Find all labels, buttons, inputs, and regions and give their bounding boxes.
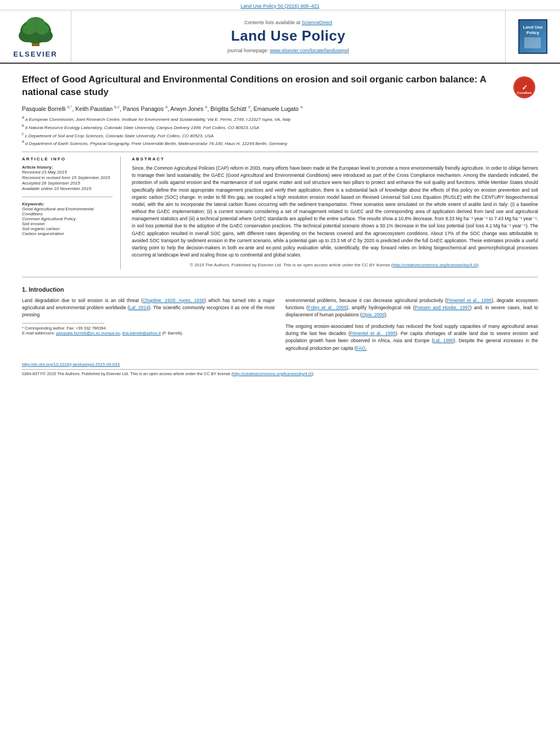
received-revised-date: Received in revised form 15 September 20… bbox=[22, 175, 113, 180]
abstract-text: Since, the Common Agricultural Policies … bbox=[132, 165, 538, 269]
article-info-label: ARTICLE INFO bbox=[22, 157, 113, 161]
cc-link[interactable]: http://creativecommons.org/licenses/by/4… bbox=[393, 263, 477, 267]
keywords-block: Keywords: Good Agricultural and Environm… bbox=[22, 202, 113, 236]
journal-header: ELSEVIER Contents lists available at Sci… bbox=[0, 10, 560, 64]
svg-point-5 bbox=[23, 24, 36, 35]
intro-right-text-2: The ongoing erosion-associated loss of p… bbox=[285, 323, 538, 352]
land-use-policy-badge: Land Use Policy bbox=[518, 19, 547, 54]
sciencedirect-link[interactable]: ScienceDirect bbox=[302, 20, 333, 25]
doi-link-line: http://dx.doi.org/10.1016/j.landusepol.2… bbox=[22, 362, 538, 367]
poesen-ref[interactable]: Poesen and Hooke, 1997 bbox=[415, 305, 470, 310]
svg-point-6 bbox=[36, 24, 49, 35]
intro-left-text: Land degradation due to soil erosion is … bbox=[22, 297, 275, 319]
received-date: Received 23 May 2015 bbox=[22, 170, 113, 175]
intro-section-header: 1. Introduction bbox=[22, 286, 538, 293]
lal-ref[interactable]: Lal, 2014 bbox=[129, 305, 149, 310]
article-title: Effect of Good Agricultural and Environm… bbox=[22, 74, 538, 99]
crossmark-icon: ✓ CrossMark bbox=[513, 76, 535, 98]
affiliation-c: c c Department of Soil and Crop Sciences… bbox=[22, 131, 538, 140]
footnote-asterisk: * Corresponding author. Fax: +39 332 786… bbox=[22, 326, 275, 331]
svg-point-7 bbox=[33, 17, 38, 21]
intro-left-col: Land degradation due to soil erosion is … bbox=[22, 297, 275, 356]
homepage-url[interactable]: www.elsevier.com/locate/landusepol bbox=[270, 48, 349, 53]
svg-text:✓: ✓ bbox=[522, 83, 528, 92]
accepted-date: Accepted 26 September 2015 bbox=[22, 181, 113, 186]
lal2-ref[interactable]: Lal, 1990 bbox=[433, 338, 453, 343]
keyword-4: Soil organic carbon bbox=[22, 226, 113, 231]
keyword-3: Soil erosion bbox=[22, 221, 113, 226]
journal-url[interactable]: Land Use Policy 50 (2016) 408–421 bbox=[240, 3, 320, 9]
affiliations: a a European Commission, Joint Research … bbox=[22, 115, 538, 147]
journal-title: Land Use Policy bbox=[231, 27, 345, 44]
elsevier-logo-block: ELSEVIER bbox=[0, 10, 71, 63]
homepage-text: journal homepage: bbox=[227, 48, 268, 53]
abstract-label: ABSTRACT bbox=[132, 157, 538, 161]
footnote-divider bbox=[22, 323, 104, 323]
svg-text:CrossMark: CrossMark bbox=[517, 91, 531, 94]
keyword-2: Common Agricultural Policy bbox=[22, 216, 113, 221]
introduction-section: 1. Introduction Land degradation due to … bbox=[22, 286, 538, 356]
authors-line: Pasquale Borrelli a,*, Keith Paustian b,… bbox=[22, 104, 538, 112]
issn-text: 0264-8377/© 2015 The Authors. Published … bbox=[22, 371, 233, 376]
opie-ref[interactable]: Opie, 2000 bbox=[362, 312, 385, 317]
article-history-label: Article history: bbox=[22, 165, 113, 170]
available-online-date: Available online 10 November 2015 bbox=[22, 186, 113, 191]
fao-ref[interactable]: FAO, bbox=[356, 345, 367, 351]
email2-link[interactable]: lina.barrelli@yahoo.it bbox=[122, 331, 161, 336]
homepage-line: journal homepage: www.elsevier.com/locat… bbox=[227, 48, 349, 53]
doi-link[interactable]: http://dx.doi.org/10.1016/j.landusepol.2… bbox=[22, 362, 120, 367]
bottom-bar: 0264-8377/© 2015 The Authors. Published … bbox=[22, 369, 538, 376]
crossmark: ✓ CrossMark bbox=[511, 74, 538, 101]
footnote-email: E-mail addresses: pasquale.borrelli@jrc.… bbox=[22, 331, 275, 336]
keywords-label: Keywords: bbox=[22, 202, 113, 207]
contents-text: Contents lists available at bbox=[244, 20, 300, 25]
intro-right-col: environmental problems, because it can d… bbox=[285, 297, 538, 356]
chapline-ref[interactable]: Chapline, 1929; Ayres, 1936 bbox=[143, 298, 204, 303]
bottom-cc-link[interactable]: http://creativecommons.org/licenses/by/4… bbox=[233, 371, 312, 376]
intro-columns: Land degradation due to soil erosion is … bbox=[22, 297, 538, 356]
article-history-block: Article history: Received 23 May 2015 Re… bbox=[22, 165, 113, 191]
affiliation-d: d d Department of Earth Sciences, Physic… bbox=[22, 139, 538, 147]
contents-line: Contents lists available at ScienceDirec… bbox=[244, 20, 332, 25]
keyword-1: Good Agricultural and Environmental Cond… bbox=[22, 207, 113, 216]
elsevier-wordmark: ELSEVIER bbox=[13, 50, 57, 58]
pimentel-ref[interactable]: Pimentel et al., 1995 bbox=[447, 298, 492, 303]
article-info-column: ARTICLE INFO Article history: Received 2… bbox=[22, 157, 121, 269]
journal-logo-right: Land Use Policy bbox=[505, 10, 560, 63]
keywords-divider bbox=[22, 197, 113, 197]
abstract-column: ABSTRACT Since, the Common Agricultural … bbox=[132, 157, 538, 269]
keyword-5: Carbon sequestration bbox=[22, 231, 113, 236]
badge-line2: Policy bbox=[523, 30, 542, 36]
journal-center: Contents lists available at ScienceDirec… bbox=[71, 10, 505, 63]
affiliation-a: a a European Commission, Joint Research … bbox=[22, 115, 538, 123]
cc-line: © 2015 The Authors. Published by Elsevie… bbox=[132, 262, 538, 269]
email1-link[interactable]: pasquale.borrelli@jrc.ec.europa.eu bbox=[56, 331, 120, 336]
section-divider bbox=[22, 152, 538, 152]
footnotes: * Corresponding author. Fax: +39 332 786… bbox=[22, 326, 275, 336]
intro-right-text: environmental problems, because it can d… bbox=[285, 297, 538, 319]
article-content: Effect of Good Agricultural and Environm… bbox=[0, 64, 560, 386]
affiliation-b: b b Natural Resource Ecology Laboratory,… bbox=[22, 123, 538, 131]
page: Land Use Policy 50 (2016) 408–421 EL bbox=[0, 0, 560, 742]
pimentel2-ref[interactable]: Pimentel et al., 1995 bbox=[350, 331, 396, 336]
intro-divider bbox=[22, 277, 538, 277]
top-bar: Land Use Policy 50 (2016) 408–421 bbox=[0, 0, 560, 10]
badge-line1: Land Use bbox=[523, 25, 542, 30]
elsevier-tree-icon bbox=[11, 15, 60, 48]
info-abstract-columns: ARTICLE INFO Article history: Received 2… bbox=[22, 157, 538, 269]
foley-ref[interactable]: Foley et al., 2005 bbox=[308, 305, 346, 310]
